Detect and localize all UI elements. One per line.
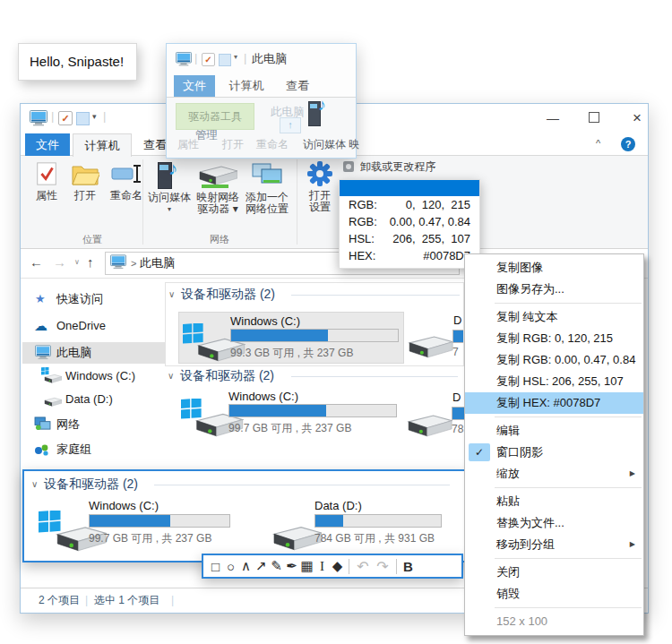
more[interactable]: B (401, 559, 416, 574)
pencil-tool[interactable]: ✎ (269, 558, 284, 574)
uninstall-label: 卸载或更改程序 (360, 160, 435, 173)
mosaic-tool[interactable]: ▦ (299, 558, 314, 574)
sidebar-item-data-d[interactable]: Data (D:) (21, 389, 167, 410)
ribbon-divider (297, 159, 297, 245)
sidebar-item-onedrive[interactable]: ☁ OneDrive (21, 315, 167, 337)
sidebar-item-homegroup[interactable]: 家庭组 (21, 439, 167, 460)
qat-divider: | (51, 109, 54, 123)
color-swatch (340, 180, 479, 196)
menu-separator (495, 416, 642, 417)
pinned-explorer-snippet[interactable]: | ✓ ▾ | 此电脑 文件 计算机 查看 驱动器工具 管理 此电脑 ↑ ♪ 属… (166, 43, 357, 159)
star-icon: ★ (35, 288, 46, 310)
close-button[interactable]: × (623, 107, 651, 129)
open-settings-button[interactable]: 打开 设置 (302, 160, 338, 213)
hello-text: Hello, Snipaste! (19, 44, 136, 80)
menu-item-save-image-as[interactable]: 图像另存为... (465, 279, 643, 300)
sidebar-item-windows-c[interactable]: Windows (C:) (21, 365, 167, 387)
menu-item-copy-hex[interactable]: 复制 HEX: #0078D7 (465, 392, 643, 414)
menu-item-copy-rgb[interactable]: 复制 RGB: 0, 120, 215 (465, 328, 643, 349)
chevron-down-icon: ∨ (168, 289, 175, 299)
tab-file-label: 文件 (36, 138, 59, 151)
arrow-tool[interactable]: ↗ (254, 558, 269, 574)
capacity-bar (89, 514, 230, 528)
eraser-tool[interactable]: ◆ (330, 558, 345, 574)
ribbon-collapse-icon[interactable]: ^ (596, 138, 600, 149)
sidebar-label: 此电脑 (56, 342, 91, 364)
qat-properties-icon[interactable]: ✓ (58, 111, 73, 125)
qat-dropdown-icon[interactable]: ▾ (92, 112, 97, 121)
text-tool[interactable]: I (314, 559, 330, 574)
rect-tool[interactable]: □ (208, 559, 223, 574)
menu-separator (495, 607, 642, 608)
menu-item-destroy[interactable]: 销毁 (465, 583, 643, 605)
capacity-bar-fill (453, 331, 464, 342)
menu-item-window-shadow[interactable]: ✓ 窗口阴影 (465, 442, 643, 463)
sidebar-item-this-pc[interactable]: 此电脑 (22, 342, 166, 364)
mini-ribbon: 驱动器工具 管理 此电脑 ↑ ♪ 属性 打开 重命名 访问媒体 映 (167, 98, 356, 158)
capacity-bar (228, 404, 397, 417)
marker-tool[interactable]: ✒ (284, 558, 299, 574)
menu-item-copy-plain-text[interactable]: 复制 纯文本 (465, 306, 643, 328)
tab-computer[interactable]: 计算机 (73, 133, 132, 157)
qat-divider: | (103, 109, 106, 123)
group-label-location: 位置 (56, 233, 128, 246)
rename-icon (111, 177, 142, 190)
sidebar-item-quick-access[interactable]: ★ 快速访问 (21, 288, 167, 310)
snip-selection[interactable]: ∨ 设备和驱动器 (2) Windows (C:) 99.7 GB 可用 , 共… (22, 469, 469, 562)
menu-item-edit[interactable]: 编辑 (465, 420, 643, 442)
menu-item-close[interactable]: 关闭 (465, 562, 643, 583)
recent-dropdown-icon[interactable]: ∨ (74, 258, 80, 266)
rgb-float-value: 0.00, 0.47, 0.84 (390, 213, 470, 230)
forward-icon[interactable]: → (53, 254, 66, 270)
status-selected-count: 选中 1 个项目 (94, 588, 159, 613)
sidebar-item-network[interactable]: 网络 (21, 414, 167, 435)
gear-icon (306, 177, 333, 190)
redo[interactable]: ↷ (373, 558, 392, 575)
rgb-value: 0, 120, 215 (406, 196, 470, 213)
drive-d-icon (44, 392, 62, 414)
drive-tile-c[interactable]: Windows (C:) 99.7 GB 可用 , 共 237 GB (177, 388, 401, 438)
menu-item-zoom[interactable]: 缩放▶ (465, 463, 643, 485)
uninstall-button[interactable]: 卸载或更改程序 (343, 159, 478, 175)
drive-name: Windows (C:) (230, 314, 300, 328)
help-icon[interactable]: ? (621, 137, 635, 151)
maximize-button[interactable] (580, 107, 608, 129)
menu-item-paste[interactable]: 粘贴 (465, 491, 643, 512)
menu-item-move-to-group[interactable]: 移动到分组▶ (465, 534, 643, 555)
add-network-label-2: 网络位置 (242, 203, 292, 215)
minimize-button[interactable]: — (538, 107, 567, 129)
group-header: 设备和驱动器 (2) (181, 287, 275, 303)
menu-item-copy-hsl[interactable]: 复制 HSL: 206, 255, 107 (465, 371, 643, 392)
properties-button[interactable]: 属性 (28, 160, 65, 202)
open-button[interactable]: 打开 (67, 160, 103, 202)
breadcrumb-separator: > (131, 253, 136, 274)
qat-new-folder-icon[interactable] (76, 112, 90, 125)
menu-item-copy-image[interactable]: 复制图像 (465, 257, 643, 279)
menu-item-copy-rgb-float[interactable]: 复制 RGB: 0.00, 0.47, 0.84 (465, 349, 643, 371)
polyline-tool[interactable]: ∧ (238, 558, 254, 574)
toolbar-divider (349, 559, 349, 574)
mini-open-label: 打开 (222, 137, 244, 152)
access-media-caret: ▾ (147, 203, 192, 215)
up-icon[interactable]: ↑ (87, 254, 94, 270)
ellipse-tool[interactable]: ○ (223, 559, 238, 574)
map-drive-icon (198, 179, 237, 192)
add-network-location-button[interactable]: 添加一个 网络位置 (242, 160, 292, 215)
breadcrumb-location[interactable]: 此电脑 (140, 253, 175, 274)
media-tower-icon: ♪ (308, 99, 332, 126)
undo[interactable]: ↶ (353, 558, 373, 575)
back-icon[interactable]: ← (30, 254, 43, 270)
mini-window-title: 此电脑 (252, 51, 287, 67)
tab-computer-label: 计算机 (85, 139, 120, 152)
chevron-down-icon: ∨ (31, 479, 38, 489)
menu-item-replace-with-file[interactable]: 替换为文件... (465, 512, 643, 534)
access-media-button[interactable]: ♪ 访问媒体 ▾ (147, 160, 192, 215)
hello-snippet[interactable]: Hello, Snipaste! (18, 43, 137, 81)
tab-file[interactable]: 文件 (25, 133, 70, 156)
map-drive-button[interactable]: 映射网络 驱动器 ▾ (194, 160, 242, 215)
mini-tab-view: 查看 (278, 75, 317, 97)
capacity-bar (230, 329, 399, 342)
pinned-drives-snippet[interactable]: ∨ 设备和驱动器 (2) Windows (C:) 99.3 GB 可用 , 共… (165, 282, 464, 366)
qat-new-folder-icon (219, 54, 231, 66)
hdd-icon (407, 330, 453, 362)
